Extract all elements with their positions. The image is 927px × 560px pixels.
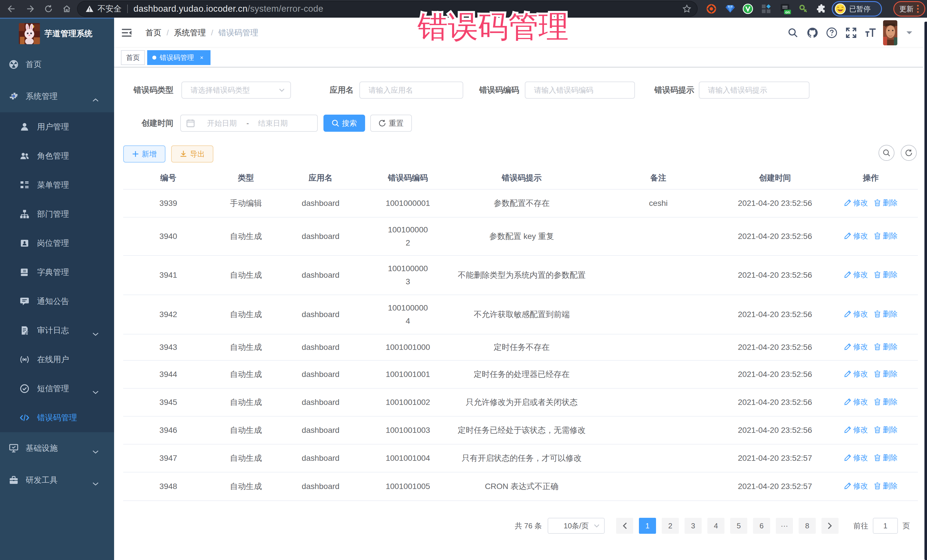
cell-time: 2021-04-20 23:52:56: [726, 295, 824, 334]
pagination-page-3[interactable]: 3: [685, 518, 702, 534]
edit-link[interactable]: 修改: [844, 395, 868, 408]
edit-link[interactable]: 修改: [844, 196, 868, 209]
header-help-button[interactable]: [822, 18, 842, 48]
header-search-button[interactable]: [783, 18, 802, 48]
browser-forward-button[interactable]: [23, 0, 38, 18]
refresh-table-button[interactable]: [901, 145, 917, 161]
extension-grid-icon[interactable]: [759, 0, 773, 18]
delete-link[interactable]: 删除: [874, 268, 898, 281]
delete-link[interactable]: 删除: [874, 229, 898, 242]
pagination-next-button[interactable]: [821, 518, 839, 534]
extension-ublock-icon[interactable]: [705, 0, 718, 18]
sidebar-item-通知公告[interactable]: 通知公告: [0, 287, 114, 316]
delete-link[interactable]: 删除: [874, 423, 898, 436]
sidebar: 芋道管理系统 首页系统管理用户管理角色管理菜单管理部门管理岗位管理字典管理通知公…: [0, 18, 114, 560]
pagination-page-4[interactable]: 4: [707, 518, 725, 534]
browser-back-button[interactable]: [4, 0, 19, 18]
security-status[interactable]: 不安全: [85, 3, 122, 14]
extension-key-icon[interactable]: [796, 0, 810, 18]
browser-address-bar[interactable]: 不安全 dashboard.yudao.iocoder.cn/system/er…: [78, 2, 697, 16]
browser-home-button[interactable]: [59, 0, 74, 18]
sidebar-item-错误码管理[interactable]: 错误码管理: [0, 403, 114, 432]
sidebar-logo[interactable]: 芋道管理系统: [0, 19, 114, 49]
sidebar-collapse-button[interactable]: [116, 18, 137, 48]
delete-link[interactable]: 删除: [874, 367, 898, 380]
delete-link[interactable]: 删除: [874, 307, 898, 320]
code-icon: [20, 413, 29, 422]
edit-link[interactable]: 修改: [844, 367, 868, 380]
tab-home[interactable]: 首页: [121, 50, 145, 65]
sidebar-item-字典管理[interactable]: 字典管理: [0, 258, 114, 287]
extension-tampermonkey-icon[interactable]: on: [779, 0, 792, 18]
sidebar-item-label: 研发工具: [26, 475, 58, 486]
filter-code-input[interactable]: 请输入错误码编码: [525, 82, 635, 99]
pagination-ellipsis[interactable]: ···: [776, 518, 793, 534]
pagination-page-1[interactable]: 1: [639, 518, 656, 534]
extension-puzzle-icon[interactable]: [815, 0, 828, 18]
tab-error-code[interactable]: 错误码管理 ×: [147, 50, 211, 65]
sidebar-item-审计日志[interactable]: 审计日志: [0, 316, 114, 345]
delete-link[interactable]: 删除: [874, 196, 898, 209]
breadcrumb-system[interactable]: 系统管理: [174, 27, 206, 38]
sidebar-item-菜单管理[interactable]: 菜单管理: [0, 170, 114, 200]
edit-link[interactable]: 修改: [844, 423, 868, 436]
edit-link[interactable]: 修改: [844, 307, 868, 320]
delete-link[interactable]: 删除: [874, 340, 898, 353]
sidebar-item-系统管理[interactable]: 系统管理: [0, 80, 114, 112]
pagination-page-8[interactable]: 8: [799, 518, 816, 534]
pagination-page-5[interactable]: 5: [730, 518, 747, 534]
profile-paused-chip[interactable]: 已暂停: [832, 1, 882, 17]
tab-close-icon[interactable]: ×: [198, 54, 205, 61]
pagination-page-6[interactable]: 6: [753, 518, 770, 534]
column-header-备注: 备注: [590, 167, 726, 189]
sidebar-item-岗位管理[interactable]: 岗位管理: [0, 229, 114, 258]
delete-link[interactable]: 删除: [874, 395, 898, 408]
edit-link[interactable]: 修改: [844, 479, 868, 492]
arrow-right-icon: [26, 4, 35, 14]
user-avatar[interactable]: [883, 20, 897, 46]
delete-link[interactable]: 删除: [874, 451, 898, 464]
reset-button[interactable]: 重置: [370, 115, 412, 132]
sidebar-item-角色管理[interactable]: 角色管理: [0, 141, 114, 170]
sidebar-item-短信管理[interactable]: 短信管理: [0, 374, 114, 403]
edit-link[interactable]: 修改: [844, 340, 868, 353]
browser-reload-button[interactable]: [41, 0, 56, 18]
sidebar-item-用户管理[interactable]: 用户管理: [0, 112, 114, 141]
add-button[interactable]: 新增: [123, 146, 166, 162]
edit-link[interactable]: 修改: [844, 268, 868, 281]
filter-app-input[interactable]: 请输入应用名: [359, 82, 463, 99]
edit-link[interactable]: 修改: [844, 229, 868, 242]
edit-link[interactable]: 修改: [844, 451, 868, 464]
filter-date-range[interactable]: 开始日期 - 结束日期: [180, 115, 318, 132]
filter-type-select[interactable]: 请选择错误码类型: [181, 82, 291, 99]
filter-tip-input[interactable]: 请输入错误码提示: [699, 82, 810, 99]
search-button[interactable]: 搜索: [324, 115, 365, 132]
avatar-caret-icon[interactable]: [906, 31, 912, 37]
extension-gem-icon[interactable]: [723, 0, 737, 18]
scrollbar-thumb[interactable]: [924, 22, 927, 560]
pagination-page-2[interactable]: 2: [662, 518, 679, 534]
header-github-button[interactable]: [802, 18, 822, 48]
sidebar-item-部门管理[interactable]: 部门管理: [0, 200, 114, 229]
extension-green-v-icon[interactable]: [741, 0, 755, 18]
goto-page-input[interactable]: 1: [873, 518, 898, 534]
sidebar-item-研发工具[interactable]: 研发工具: [0, 464, 114, 496]
export-button[interactable]: 导出: [171, 146, 213, 162]
peoples-icon: [20, 152, 29, 161]
browser-update-button[interactable]: 更新: [894, 1, 925, 17]
header-fontsize-button[interactable]: [861, 18, 880, 48]
sidebar-item-在线用户[interactable]: 在线用户: [0, 345, 114, 374]
online-icon: [20, 355, 29, 364]
header-fullscreen-button[interactable]: [842, 18, 861, 48]
bookmark-star-icon[interactable]: [682, 4, 691, 15]
delete-link[interactable]: 删除: [874, 479, 898, 492]
sidebar-item-基础设施[interactable]: 基础设施: [0, 432, 114, 464]
sidebar-item-首页[interactable]: 首页: [0, 49, 114, 80]
breadcrumb-home[interactable]: 首页: [146, 27, 161, 38]
cell-id: 3940: [123, 217, 213, 255]
cell-tip: 定时任务的处理器已经存在: [453, 360, 590, 389]
pagination-prev-button[interactable]: [616, 518, 633, 534]
browser-menu-kebab-icon[interactable]: [917, 4, 919, 14]
page-size-select[interactable]: 10条/页: [548, 518, 605, 534]
show-search-toggle-button[interactable]: [878, 145, 895, 161]
